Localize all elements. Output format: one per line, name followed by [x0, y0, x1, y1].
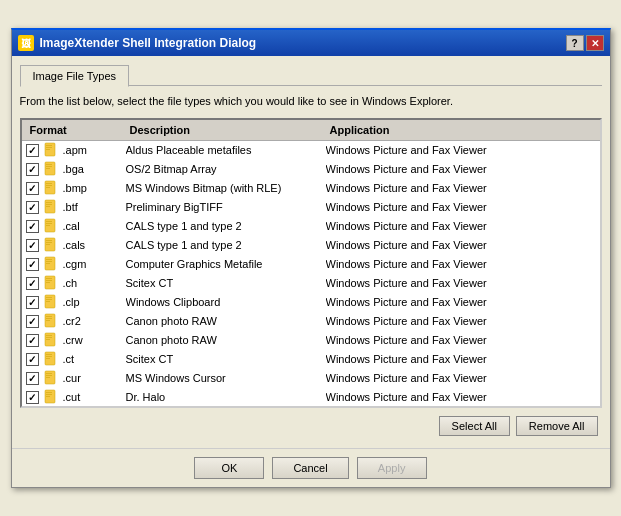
table-row[interactable]: .btfPreliminary BigTIFFWindows Picture a… — [22, 198, 600, 217]
close-button[interactable]: ✕ — [586, 35, 604, 51]
description-cell: Dr. Halo — [126, 391, 326, 403]
description-cell: Scitex CT — [126, 277, 326, 289]
application-cell: Windows Picture and Fax Viewer — [326, 220, 596, 232]
svg-rect-10 — [46, 185, 52, 186]
row-checkbox[interactable] — [26, 258, 39, 271]
file-icon — [43, 218, 59, 234]
description-cell: Scitex CT — [126, 353, 326, 365]
table-row[interactable]: .cr2Canon photo RAWWindows Picture and F… — [22, 312, 600, 331]
file-icon — [43, 256, 59, 272]
svg-rect-37 — [46, 316, 52, 317]
format-cell: .ch — [26, 275, 126, 291]
row-checkbox[interactable] — [26, 239, 39, 252]
application-cell: Windows Picture and Fax Viewer — [326, 391, 596, 403]
file-icon — [43, 142, 59, 158]
table-row[interactable]: .cutDr. HaloWindows Picture and Fax View… — [22, 388, 600, 407]
row-checkbox[interactable] — [26, 144, 39, 157]
svg-rect-45 — [46, 354, 52, 355]
row-checkbox[interactable] — [26, 296, 39, 309]
svg-rect-49 — [46, 373, 52, 374]
svg-rect-17 — [46, 221, 52, 222]
file-icon — [43, 180, 59, 196]
svg-rect-21 — [46, 240, 52, 241]
remove-all-button[interactable]: Remove All — [516, 416, 598, 436]
format-cell: .ct — [26, 351, 126, 367]
format-text: .btf — [63, 201, 78, 213]
svg-rect-54 — [46, 394, 52, 395]
table-row[interactable]: .clpWindows ClipboardWindows Picture and… — [22, 293, 600, 312]
table-row[interactable]: .bmpMS Windows Bitmap (with RLE)Windows … — [22, 179, 600, 198]
svg-rect-55 — [46, 396, 50, 397]
apply-button[interactable]: Apply — [357, 457, 427, 479]
row-checkbox[interactable] — [26, 163, 39, 176]
svg-rect-39 — [46, 320, 50, 321]
action-buttons: Select All Remove All — [20, 416, 602, 436]
svg-rect-5 — [46, 164, 52, 165]
row-checkbox[interactable] — [26, 182, 39, 195]
svg-rect-38 — [46, 318, 52, 319]
svg-rect-9 — [46, 183, 52, 184]
description-cell: CALS type 1 and type 2 — [126, 239, 326, 251]
application-cell: Windows Picture and Fax Viewer — [326, 144, 596, 156]
table-row[interactable]: .calCALS type 1 and type 2Windows Pictur… — [22, 217, 600, 236]
svg-rect-46 — [46, 356, 52, 357]
row-checkbox[interactable] — [26, 372, 39, 385]
window-title: ImageXtender Shell Integration Dialog — [40, 36, 257, 50]
table-row[interactable]: .calsCALS type 1 and type 2Windows Pictu… — [22, 236, 600, 255]
tab-image-file-types[interactable]: Image File Types — [20, 65, 130, 87]
format-cell: .cur — [26, 370, 126, 386]
table-row[interactable]: .bgaOS/2 Bitmap ArrayWindows Picture and… — [22, 160, 600, 179]
svg-rect-22 — [46, 242, 52, 243]
table-row[interactable]: .chScitex CTWindows Picture and Fax View… — [22, 274, 600, 293]
table-row[interactable]: .dcmDicom Medical ImageWindows Picture a… — [22, 407, 600, 408]
svg-rect-15 — [46, 206, 50, 207]
table-row[interactable]: .crwCanon photo RAWWindows Picture and F… — [22, 331, 600, 350]
format-text: .cr2 — [63, 315, 81, 327]
format-text: .cut — [63, 391, 81, 403]
svg-rect-29 — [46, 278, 52, 279]
format-text: .cur — [63, 372, 81, 384]
description-cell: Preliminary BigTIFF — [126, 201, 326, 213]
table-row[interactable]: .ctScitex CTWindows Picture and Fax View… — [22, 350, 600, 369]
row-checkbox[interactable] — [26, 277, 39, 290]
file-icon — [43, 161, 59, 177]
titlebar-left: 🖼 ImageXtender Shell Integration Dialog — [18, 35, 257, 51]
format-text: .cal — [63, 220, 80, 232]
format-cell: .cal — [26, 218, 126, 234]
format-text: .ch — [63, 277, 78, 289]
svg-rect-30 — [46, 280, 52, 281]
application-cell: Windows Picture and Fax Viewer — [326, 201, 596, 213]
row-checkbox[interactable] — [26, 334, 39, 347]
svg-rect-47 — [46, 358, 50, 359]
description-text: From the list below, select the file typ… — [20, 94, 602, 109]
row-checkbox[interactable] — [26, 315, 39, 328]
svg-rect-50 — [46, 375, 52, 376]
cancel-button[interactable]: Cancel — [272, 457, 348, 479]
select-all-button[interactable]: Select All — [439, 416, 510, 436]
row-checkbox[interactable] — [26, 220, 39, 233]
format-cell: .cgm — [26, 256, 126, 272]
file-icon — [43, 332, 59, 348]
format-cell: .cals — [26, 237, 126, 253]
table-row[interactable]: .curMS Windows CursorWindows Picture and… — [22, 369, 600, 388]
svg-rect-35 — [46, 301, 50, 302]
column-format: Format — [26, 122, 126, 138]
format-cell: .crw — [26, 332, 126, 348]
row-checkbox[interactable] — [26, 201, 39, 214]
row-checkbox[interactable] — [26, 353, 39, 366]
column-description: Description — [126, 122, 326, 138]
ok-button[interactable]: OK — [194, 457, 264, 479]
dialog-content: Image File Types From the list below, se… — [12, 56, 610, 443]
table-row[interactable]: .cgmComputer Graphics MetafileWindows Pi… — [22, 255, 600, 274]
row-checkbox[interactable] — [26, 391, 39, 404]
help-button[interactable]: ? — [566, 35, 584, 51]
svg-rect-43 — [46, 339, 50, 340]
svg-rect-14 — [46, 204, 52, 205]
table-row[interactable]: .apmAldus Placeable metafilesWindows Pic… — [22, 141, 600, 160]
description-cell: Windows Clipboard — [126, 296, 326, 308]
file-icon — [43, 275, 59, 291]
format-cell: .bga — [26, 161, 126, 177]
file-icon — [43, 351, 59, 367]
svg-rect-25 — [46, 259, 52, 260]
file-types-list[interactable]: Format Description Application .apmAldus… — [20, 118, 602, 408]
